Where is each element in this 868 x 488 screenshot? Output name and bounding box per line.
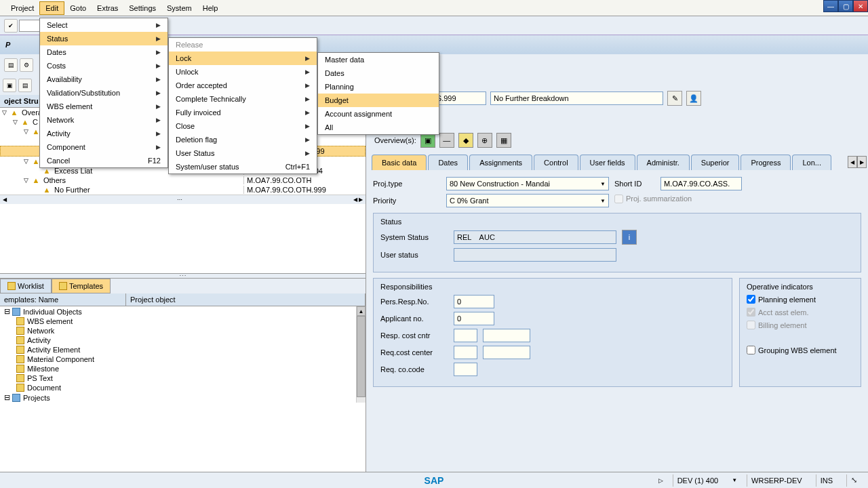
tree-row[interactable]: ▲No FurtherM.OA7.99.CO.OTH.999 xyxy=(0,185,366,195)
menu-item-deletion-flag[interactable]: Deletion flag▶ xyxy=(169,133,317,146)
menu-item-all[interactable]: All xyxy=(318,121,439,134)
grouping-wbs-label: Grouping WBS element xyxy=(758,346,837,354)
overview-label: Overview(s): xyxy=(374,136,416,144)
status-mode: INS xyxy=(816,474,837,487)
menu-settings[interactable]: Settings xyxy=(123,2,161,14)
billing-elem-checkbox xyxy=(747,321,755,329)
status-resize-icon[interactable]: ⤡ xyxy=(846,474,861,487)
menu-item-unlock[interactable]: Unlock▶ xyxy=(169,65,317,79)
template-row[interactable]: Network xyxy=(0,326,366,336)
tab-control[interactable]: Control xyxy=(534,155,578,170)
description-field[interactable] xyxy=(490,92,663,105)
menu-item-wbs-element[interactable]: WBS element▶ xyxy=(40,100,167,113)
template-row[interactable]: WBS element xyxy=(0,317,366,326)
priority-combo[interactable]: C 0% Grant▼ xyxy=(446,194,609,207)
menu-edit[interactable]: Edit xyxy=(39,1,64,15)
status-play-icon[interactable]: ▷ xyxy=(658,477,663,484)
tree-tool-1[interactable]: ▣ xyxy=(3,79,16,92)
tab-user-fields[interactable]: User fields xyxy=(580,155,635,170)
menu-item-planning[interactable]: Planning xyxy=(318,80,439,94)
menu-item-status[interactable]: Status▶ xyxy=(40,32,167,45)
template-row[interactable]: Document xyxy=(0,383,366,392)
menu-item-availability[interactable]: Availability▶ xyxy=(40,73,167,86)
menu-item-component[interactable]: Component▶ xyxy=(40,140,167,154)
menu-item-activity[interactable]: Activity▶ xyxy=(40,127,167,140)
menu-project[interactable]: Project xyxy=(5,2,39,14)
resp-cost-field-1[interactable] xyxy=(454,329,477,342)
menu-item-master-data[interactable]: Master data xyxy=(318,53,439,66)
tree-row[interactable]: ▽▲OthersM.OA7.99.CO.OTH xyxy=(0,176,366,185)
menu-item-network[interactable]: Network▶ xyxy=(40,113,167,127)
menu-item-close[interactable]: Close▶ xyxy=(169,119,317,133)
template-row[interactable]: Activity xyxy=(0,336,366,345)
tab-scroll-left[interactable]: ◀ xyxy=(848,156,857,168)
tab-lon-[interactable]: Lon... xyxy=(792,155,831,170)
grouping-wbs-checkbox[interactable] xyxy=(747,346,755,354)
applicant-field[interactable] xyxy=(454,312,494,325)
menu-item-dates[interactable]: Dates xyxy=(318,66,439,80)
overview-diamond-icon[interactable]: ◆ xyxy=(458,133,473,148)
tab-templates[interactable]: Templates xyxy=(52,279,111,293)
tab-administr-[interactable]: Administr. xyxy=(637,155,690,170)
menu-item-account-assignment[interactable]: Account assignment xyxy=(318,107,439,121)
req-cost-field-2[interactable] xyxy=(483,346,530,359)
menu-goto[interactable]: Goto xyxy=(64,2,92,14)
menu-item-system-user-status[interactable]: System/user statusCtrl+F1 xyxy=(169,160,317,174)
close-button[interactable]: ✕ xyxy=(853,0,868,12)
tree-tool-2[interactable]: ▤ xyxy=(18,79,32,92)
edit-id-icon[interactable]: ✎ xyxy=(667,91,682,106)
tab-superior[interactable]: Superior xyxy=(691,155,740,170)
req-co-field[interactable] xyxy=(454,363,477,376)
template-row[interactable]: PS Text xyxy=(0,373,366,383)
scroll-nav-right[interactable]: ◀ ▶ xyxy=(353,197,363,203)
planning-elem-checkbox[interactable] xyxy=(747,295,755,304)
tab-progress[interactable]: Progress xyxy=(741,155,791,170)
tab-assignments[interactable]: Assignments xyxy=(469,155,532,170)
menu-item-complete-technically[interactable]: Complete Technically▶ xyxy=(169,92,317,106)
edit-dropdown: Select▶Status▶Dates▶Costs▶Availability▶V… xyxy=(39,18,168,168)
maximize-button[interactable]: ▢ xyxy=(838,0,853,12)
template-row[interactable]: Milestone xyxy=(0,364,366,373)
menu-item-select[interactable]: Select▶ xyxy=(40,18,167,32)
menu-item-order-accepted[interactable]: Order accepted▶ xyxy=(169,79,317,92)
menu-item-lock[interactable]: Lock▶ xyxy=(169,52,317,65)
template-row[interactable]: Activity Element xyxy=(0,345,366,354)
template-row[interactable]: ⊟Individual Objects xyxy=(0,306,366,317)
minimize-button[interactable]: — xyxy=(823,0,838,12)
overview-plus-icon[interactable]: ⊕ xyxy=(477,133,492,148)
menu-item-validation-substitution[interactable]: Validation/Substitution▶ xyxy=(40,86,167,100)
menu-item-budget[interactable]: Budget xyxy=(318,94,439,107)
menubar: ProjectEditGotoExtrasSettingsSystemHelp xyxy=(0,0,868,16)
template-row[interactable]: Material Component xyxy=(0,354,366,364)
scroll-left-icon[interactable]: ◀ xyxy=(3,197,7,203)
resp-cost-field-2[interactable] xyxy=(483,329,530,342)
template-row[interactable]: ⊟Projects xyxy=(0,392,366,403)
overview-grid-icon[interactable]: ▦ xyxy=(496,133,511,148)
menu-item-fully-invoiced[interactable]: Fully invoiced▶ xyxy=(169,106,317,119)
check-icon[interactable]: ✔ xyxy=(4,19,18,33)
short-id-field[interactable] xyxy=(660,177,742,190)
tab-scroll-right[interactable]: ▶ xyxy=(857,156,867,168)
overview-bar-icon[interactable]: — xyxy=(439,133,454,148)
vertical-scrollbar[interactable]: ▲ xyxy=(356,306,366,403)
tab-dates[interactable]: Dates xyxy=(428,155,468,170)
menu-system[interactable]: System xyxy=(161,2,197,14)
horizontal-splitter[interactable] xyxy=(0,273,366,279)
tool-icon-1[interactable]: ▤ xyxy=(4,58,18,72)
req-cost-field-1[interactable] xyxy=(454,346,477,359)
overview-green-icon[interactable]: ▣ xyxy=(420,133,435,148)
person-icon[interactable]: 👤 xyxy=(686,91,701,106)
menu-help[interactable]: Help xyxy=(197,2,224,14)
template-header-object: Project object xyxy=(126,293,366,306)
proj-type-combo[interactable]: 80 New Construction - Mandai▼ xyxy=(446,177,609,190)
menu-item-dates[interactable]: Dates▶ xyxy=(40,45,167,59)
pers-resp-field[interactable] xyxy=(454,295,494,308)
menu-extras[interactable]: Extras xyxy=(92,2,123,14)
menu-item-costs[interactable]: Costs▶ xyxy=(40,59,167,73)
menu-item-user-status[interactable]: User Status▶ xyxy=(169,146,317,160)
tool-icon-2[interactable]: ⚙ xyxy=(20,58,33,72)
status-info-icon[interactable]: i xyxy=(622,230,637,245)
tab-worklist[interactable]: Worklist xyxy=(0,279,52,293)
menu-item-cancel[interactable]: CancelF12 xyxy=(40,154,167,167)
tab-basic-data[interactable]: Basic data xyxy=(372,155,427,170)
